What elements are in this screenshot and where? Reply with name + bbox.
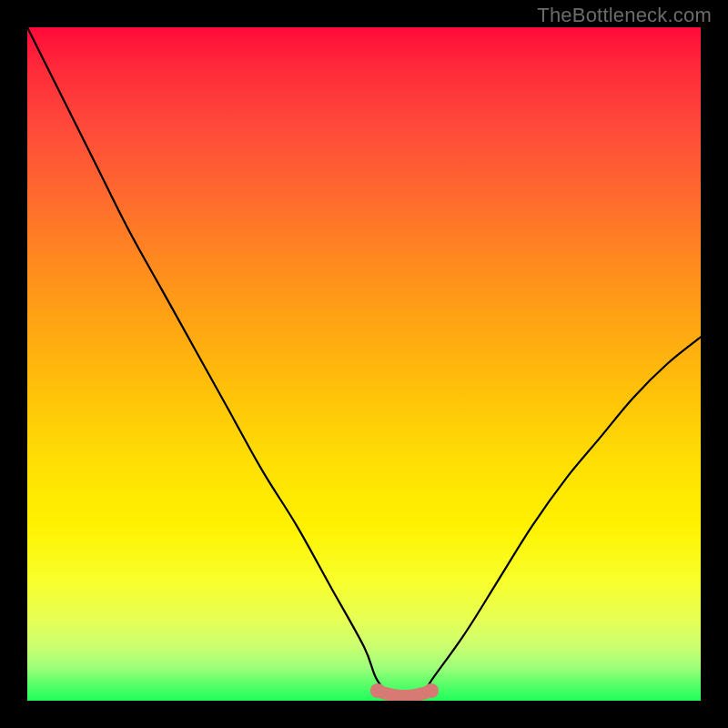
chart-overlay: [27, 27, 701, 701]
plot-area: [27, 27, 701, 701]
bottleneck-curve: [27, 27, 701, 701]
optimal-band-endcap-left: [370, 683, 385, 698]
optimal-band: [378, 691, 431, 696]
chart-frame: TheBottleneck.com: [0, 0, 728, 728]
attribution-text: TheBottleneck.com: [537, 4, 712, 27]
optimal-band-endcap-right: [424, 683, 439, 698]
